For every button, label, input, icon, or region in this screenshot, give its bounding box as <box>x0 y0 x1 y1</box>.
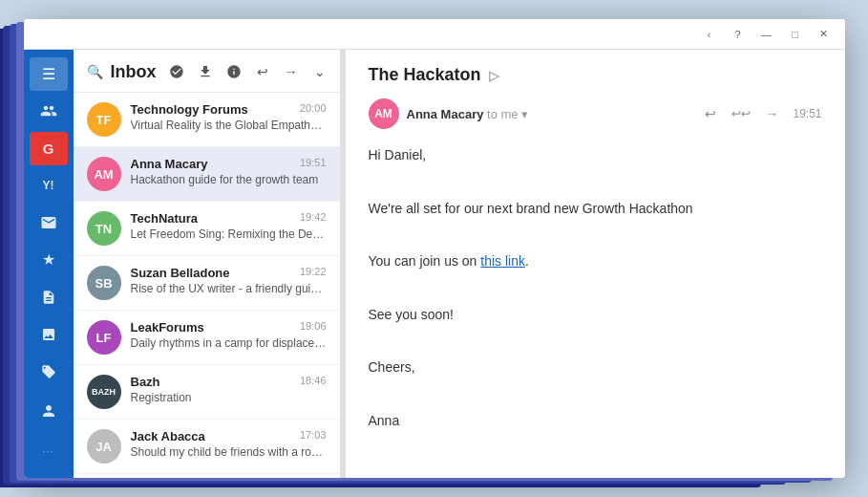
sidebar-icon-tag[interactable] <box>30 355 68 388</box>
email-subject: Daily rhythms in a camp for displaced pe… <box>131 336 327 350</box>
avatar: AM <box>87 157 121 191</box>
email-time: 19:22 <box>300 266 327 280</box>
email-content: Bazh18:46Registration <box>131 375 327 404</box>
toolbar-forward[interactable]: → <box>279 59 304 84</box>
email-sender: Anna Macary19:51 <box>131 157 327 171</box>
email-time: 19:51 <box>300 157 327 171</box>
email-content: LeakForums19:06Daily rhythms in a camp f… <box>131 320 327 350</box>
email-list-panel: 🔍 Inbox ↩ → ⌄ <box>74 50 341 478</box>
toolbar-icons: ↩ → ⌄ <box>164 59 332 84</box>
sidebar-dots: ··· <box>30 432 68 470</box>
help-button[interactable]: ? <box>725 25 752 44</box>
forward-button[interactable]: → <box>758 100 785 127</box>
sender-name: LeakForums <box>131 320 204 335</box>
body-line5: Anna <box>369 410 822 433</box>
search-icon: 🔍 <box>87 64 103 79</box>
email-item[interactable]: TFTechnology Forums20:00Virtual Reality … <box>74 93 340 147</box>
sidebar-icon-people[interactable] <box>30 95 68 128</box>
maximize-button[interactable]: □ <box>782 25 809 44</box>
sender-name: Technology Forums <box>131 102 248 117</box>
sender-info: Anna Macary to me ▾ <box>407 107 690 121</box>
email-time: 20:00 <box>300 102 327 117</box>
email-subject: Rise of the UX writer - a friendly guide… <box>131 282 327 295</box>
email-content: Anna Macary19:51Hackathon guide for the … <box>131 157 327 186</box>
avatar: LF <box>87 320 121 355</box>
sender-name: Anna Macary <box>131 157 208 171</box>
email-item[interactable]: BAZHBazh18:46Registration <box>74 365 340 420</box>
avatar: TF <box>87 102 121 137</box>
avatar: BAZH <box>87 375 121 409</box>
email-item[interactable]: LFLeakForums19:06Daily rhythms in a camp… <box>74 311 340 365</box>
email-item[interactable]: BAZHBazh15:20Welcome to the great develo… <box>74 474 340 478</box>
sidebar-icon-inbox[interactable] <box>30 206 68 240</box>
body-line3: See you soon! <box>369 304 822 327</box>
email-time: 18:46 <box>300 375 327 389</box>
sidebar: ☰ G Y! ★ <box>24 50 74 478</box>
this-link[interactable]: this link <box>480 253 525 269</box>
sender-to: to me ▾ <box>487 107 528 121</box>
detail-subject: The Hackaton ▷ <box>369 65 499 85</box>
reply-all-button[interactable]: ↩↩ <box>728 100 754 127</box>
reply-button[interactable]: ↩ <box>697 100 724 127</box>
toolbar-more[interactable]: ⌄ <box>307 59 332 84</box>
email-body: Hi Daniel, We're all set for our next br… <box>369 144 822 433</box>
body-line1: We're all set for our next brand new Gro… <box>369 198 822 221</box>
detail-actions: ↩ ↩↩ → <box>697 100 785 127</box>
sidebar-icon-person[interactable] <box>30 392 68 430</box>
avatar: SB <box>87 266 121 300</box>
email-item[interactable]: AMAnna Macary19:51Hackathon guide for th… <box>74 147 340 202</box>
detail-meta: AM Anna Macary to me ▾ ↩ ↩↩ → 19:51 <box>369 98 822 129</box>
email-sender: TechNatura19:42 <box>131 211 327 226</box>
forward-icon[interactable]: ▷ <box>489 68 499 83</box>
sender-avatar: AM <box>369 98 399 129</box>
email-sender: Suzan Belladone19:22 <box>131 266 327 280</box>
email-subject: Registration <box>131 391 327 404</box>
inbox-title: Inbox <box>111 62 157 82</box>
email-time: 19:06 <box>300 320 327 335</box>
toolbar-check[interactable] <box>164 59 189 84</box>
sender-name: Anna Macary <box>407 107 484 121</box>
sidebar-icon-yahoo[interactable]: Y! <box>30 169 68 203</box>
sidebar-icon-google[interactable]: G <box>30 132 68 165</box>
email-subject: Let Freedom Sing: Remixing the Declarati… <box>131 227 327 241</box>
avatar: TN <box>87 211 121 246</box>
email-content: Suzan Belladone19:22Rise of the UX write… <box>131 266 327 295</box>
sidebar-icon-menu[interactable]: ☰ <box>30 57 68 91</box>
sender-name: Suzan Belladone <box>131 266 230 280</box>
window-controls: ‹ ? — □ ✕ <box>696 25 837 44</box>
back-button[interactable]: ‹ <box>696 25 723 44</box>
toolbar-info[interactable] <box>222 59 246 84</box>
email-detail: The Hackaton ▷ AM Anna Macary to me ▾ ↩ … <box>346 50 845 478</box>
toolbar-download[interactable] <box>193 59 218 84</box>
body-line4: Cheers, <box>369 357 822 379</box>
email-sender: Jack Abacca17:03 <box>131 429 327 443</box>
sidebar-icon-image[interactable] <box>30 317 68 351</box>
minimize-button[interactable]: — <box>753 25 780 44</box>
email-list: TFTechnology Forums20:00Virtual Reality … <box>74 93 340 478</box>
body-greeting: Hi Daniel, <box>369 144 822 167</box>
detail-header: The Hackaton ▷ <box>369 65 822 85</box>
title-bar: ‹ ? — □ ✕ <box>24 19 845 50</box>
email-content: Jack Abacca17:03Should my child be frien… <box>131 429 327 459</box>
email-sender: LeakForums19:06 <box>131 320 327 335</box>
email-time: 17:03 <box>300 429 327 443</box>
body-line2: You can join us on this link. <box>369 250 822 273</box>
close-button[interactable]: ✕ <box>811 25 837 44</box>
sidebar-icon-star[interactable]: ★ <box>30 243 68 276</box>
email-sender: Bazh18:46 <box>131 375 327 389</box>
email-subject: Should my child be friends with a robot.… <box>131 445 327 459</box>
email-subject: Virtual Reality is the Global Empathy Ma… <box>131 119 327 132</box>
email-content: Technology Forums20:00Virtual Reality is… <box>131 102 327 132</box>
sender-name: Bazh <box>131 375 160 389</box>
toolbar-reply[interactable]: ↩ <box>250 59 275 84</box>
sidebar-icon-doc[interactable] <box>30 280 68 313</box>
email-item[interactable]: TNTechNatura19:42Let Freedom Sing: Remix… <box>74 202 340 256</box>
email-subject: Hackathon guide for the growth team <box>131 173 327 186</box>
sender-name: TechNatura <box>131 211 199 226</box>
email-item[interactable]: SBSuzan Belladone19:22Rise of the UX wri… <box>74 256 340 311</box>
avatar: JA <box>87 429 121 464</box>
email-item[interactable]: JAJack Abacca17:03Should my child be fri… <box>74 420 340 474</box>
email-time: 19:42 <box>300 211 327 226</box>
sender-name: Jack Abacca <box>131 429 205 443</box>
email-sender: Technology Forums20:00 <box>131 102 327 117</box>
